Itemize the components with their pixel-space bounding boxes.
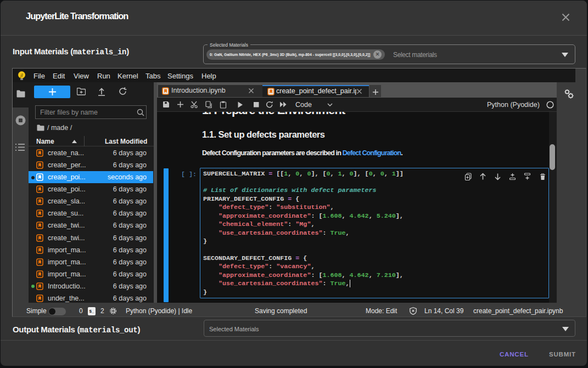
svg-text:jl: jl [19, 73, 23, 78]
